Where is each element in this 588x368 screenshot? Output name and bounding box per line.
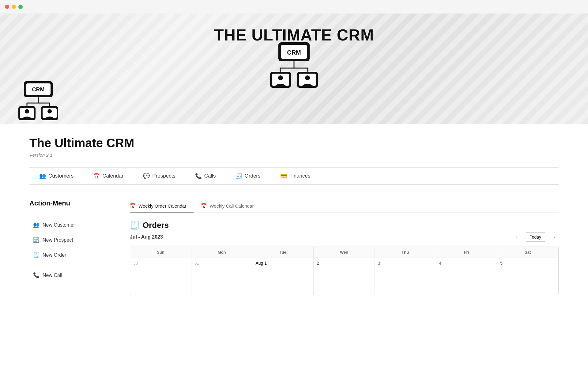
nav-label-calendar: Calendar [102, 173, 123, 179]
tab-order-label: Weekly Order Calendar [138, 203, 186, 209]
calendar-month-label: Jul - Aug 2023 [130, 234, 163, 240]
calendar-row-1: 30 31 Aug 1 2 3 4 [130, 258, 558, 295]
calendar-grid: Sun Mon Tue Wed Thu Fri Sat 30 31 [130, 247, 559, 295]
titlebar [0, 0, 588, 13]
orders-section-label: Orders [143, 220, 169, 230]
calendar-icon: 📅 [93, 173, 100, 179]
tabs: 📅 Weekly Order Calendar 📅 Weekly Call Ca… [130, 199, 559, 213]
svg-text:CRM: CRM [32, 86, 45, 93]
calendar-section-title: 🧾 Orders [130, 220, 169, 230]
nav-item-finances[interactable]: 💳 Finances [270, 168, 320, 184]
cell-num-3: 3 [378, 261, 380, 266]
calendar-nav-buttons: ‹ Today › [512, 232, 559, 242]
hero-banner: THE ULTIMATE CRM CRM [0, 13, 588, 124]
version-text: Version 2.1 [29, 152, 559, 158]
cell-num-aug1: Aug 1 [255, 261, 267, 266]
day-header-mon: Mon [191, 247, 253, 258]
nav-bar: 👥 Customers 📅 Calendar 💬 Prospects 📞 Cal… [29, 167, 559, 185]
calendar-date-nav: Jul - Aug 2023 ‹ Today › [130, 232, 559, 242]
crm-icon-left: CRM [18, 80, 58, 123]
svg-point-9 [278, 75, 283, 80]
tab-order-icon: 📅 [130, 203, 136, 209]
calendar-cell-3[interactable]: 3 [375, 258, 436, 295]
tab-weekly-call-calendar[interactable]: 📅 Weekly Call Calendar [201, 199, 261, 213]
new-order-label: New Order [43, 252, 66, 258]
calendar-prev-button[interactable]: ‹ [512, 233, 521, 241]
tab-weekly-order-calendar[interactable]: 📅 Weekly Order Calendar [130, 199, 194, 213]
nav-item-orders[interactable]: 🧾 Orders [226, 168, 270, 184]
minimize-button[interactable] [12, 5, 16, 9]
new-customer-label: New Customer [43, 222, 75, 228]
day-header-fri: Fri [436, 247, 497, 258]
calendar-next-button[interactable]: › [550, 233, 559, 241]
new-call-icon: 📞 [33, 272, 40, 278]
nav-label-prospects: Prospects [152, 173, 175, 179]
calendar-cell-2[interactable]: 2 [314, 258, 375, 295]
cell-num-31: 31 [194, 261, 199, 266]
content-area: 📅 Weekly Order Calendar 📅 Weekly Call Ca… [130, 199, 559, 295]
calendar-section-header: 🧾 Orders [130, 220, 559, 230]
sidebar-item-new-customer[interactable]: 👥 New Customer [29, 217, 115, 232]
sidebar-divider-2 [29, 265, 115, 265]
calendar-days-header: Sun Mon Tue Wed Thu Fri Sat [130, 247, 558, 258]
close-button[interactable] [5, 5, 9, 9]
cell-num-4: 4 [439, 261, 442, 266]
svg-text:CRM: CRM [287, 49, 301, 56]
day-header-sun: Sun [130, 247, 191, 258]
new-call-label: New Call [43, 273, 62, 278]
finances-icon: 💳 [280, 173, 287, 179]
nav-item-calls[interactable]: 📞 Calls [185, 168, 226, 184]
orders-icon: 🧾 [236, 173, 242, 179]
tab-call-label: Weekly Call Calendar [209, 203, 254, 209]
today-button[interactable]: Today [525, 232, 546, 242]
orders-section-icon: 🧾 [130, 220, 140, 230]
sidebar-title: Action-Menu [29, 199, 115, 207]
cell-num-30: 30 [133, 261, 138, 266]
main-layout: Action-Menu 👥 New Customer 🔄 New Prospec… [29, 199, 559, 295]
crm-icon-center: CRM [270, 41, 318, 90]
calendar-cell-30[interactable]: 30 [130, 258, 191, 295]
svg-point-25 [47, 109, 52, 113]
nav-item-prospects[interactable]: 💬 Prospects [133, 168, 185, 184]
maximize-button[interactable] [18, 5, 23, 9]
new-prospect-icon: 🔄 [33, 237, 40, 243]
svg-point-12 [305, 75, 310, 80]
nav-item-calendar[interactable]: 📅 Calendar [83, 168, 133, 184]
new-prospect-label: New Prospect [43, 237, 73, 243]
sidebar-item-new-order[interactable]: 🧾 New Order [29, 247, 115, 263]
calendar-cell-31[interactable]: 31 [191, 258, 253, 295]
svg-point-22 [25, 109, 29, 113]
sidebar-divider [29, 215, 115, 215]
customers-icon: 👥 [39, 173, 46, 179]
tab-call-icon: 📅 [201, 203, 207, 209]
day-header-sat: Sat [497, 247, 558, 258]
page-content: The Ultimate CRM Version 2.1 👥 Customers… [0, 136, 588, 295]
nav-label-calls: Calls [204, 173, 216, 179]
sidebar: Action-Menu 👥 New Customer 🔄 New Prospec… [29, 199, 115, 295]
calendar-cell-4[interactable]: 4 [436, 258, 497, 295]
cell-num-5: 5 [500, 261, 503, 266]
day-header-thu: Thu [375, 247, 436, 258]
nav-item-customers[interactable]: 👥 Customers [29, 168, 83, 184]
calendar-cell-aug1[interactable]: Aug 1 [252, 258, 314, 295]
prospects-icon: 💬 [143, 173, 150, 179]
sidebar-item-new-call[interactable]: 📞 New Call [29, 268, 115, 283]
calendar-cell-5[interactable]: 5 [497, 258, 558, 295]
cell-num-2: 2 [317, 261, 319, 266]
day-header-tue: Tue [252, 247, 314, 258]
nav-label-customers: Customers [48, 173, 74, 179]
day-header-wed: Wed [314, 247, 375, 258]
page-title: The Ultimate CRM [29, 136, 559, 150]
new-order-icon: 🧾 [33, 252, 40, 258]
calls-icon: 📞 [195, 173, 202, 179]
new-customer-icon: 👥 [33, 222, 40, 228]
sidebar-item-new-prospect[interactable]: 🔄 New Prospect [29, 232, 115, 247]
nav-label-finances: Finances [289, 173, 311, 179]
nav-label-orders: Orders [245, 173, 261, 179]
